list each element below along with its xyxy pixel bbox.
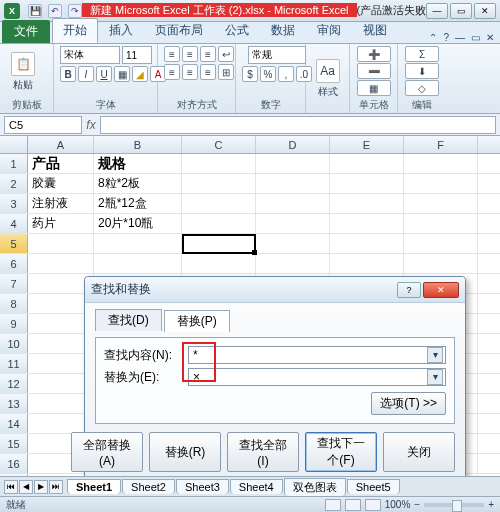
align-mid-icon[interactable]: ≡ <box>182 46 198 62</box>
row-header[interactable]: 16 <box>0 454 28 473</box>
zoom-in-icon[interactable]: + <box>488 499 494 510</box>
sheet-nav-last-icon[interactable]: ⏭ <box>49 480 63 494</box>
cell[interactable] <box>182 254 256 273</box>
sheet-tab[interactable]: Sheet5 <box>347 479 400 494</box>
find-next-button[interactable]: 查找下一个(F) <box>305 432 377 472</box>
row-header[interactable]: 3 <box>0 194 28 213</box>
zoom-level[interactable]: 100% <box>385 499 411 510</box>
sheet-nav-prev-icon[interactable]: ◀ <box>19 480 33 494</box>
cell[interactable]: 2瓶*12盒 <box>94 194 182 213</box>
paste-button[interactable]: 📋粘贴 <box>6 48 40 96</box>
col-header[interactable]: F <box>404 136 478 153</box>
find-input[interactable]: * <box>188 346 446 364</box>
cell[interactable] <box>182 234 256 253</box>
cell[interactable]: 药片 <box>28 214 94 233</box>
cell[interactable]: 胶囊 <box>28 174 94 193</box>
col-header[interactable]: B <box>94 136 182 153</box>
save-icon[interactable]: 💾 <box>28 4 42 18</box>
cell[interactable] <box>94 234 182 253</box>
cell[interactable] <box>182 214 256 233</box>
row-header[interactable]: 13 <box>0 394 28 413</box>
insert-cells-button[interactable]: ➕ <box>357 46 391 62</box>
cell[interactable] <box>256 254 330 273</box>
sheet-tab[interactable]: 双色图表 <box>284 478 346 496</box>
cell[interactable]: 8粒*2板 <box>94 174 182 193</box>
cell[interactable] <box>330 214 404 233</box>
replace-button[interactable]: 替换(R) <box>149 432 221 472</box>
cell[interactable] <box>256 214 330 233</box>
col-header[interactable]: A <box>28 136 94 153</box>
cell[interactable] <box>404 174 478 193</box>
mdi-close-icon[interactable]: ✕ <box>486 32 494 43</box>
format-cells-button[interactable]: ▦ <box>357 80 391 96</box>
cell[interactable] <box>404 194 478 213</box>
cell[interactable] <box>404 254 478 273</box>
find-all-button[interactable]: 查找全部(I) <box>227 432 299 472</box>
row-header[interactable]: 6 <box>0 254 28 273</box>
maximize-button[interactable]: ▭ <box>450 3 472 19</box>
autosum-button[interactable]: Σ <box>405 46 439 62</box>
cell[interactable] <box>182 194 256 213</box>
row-header[interactable]: 7 <box>0 274 28 293</box>
options-button[interactable]: 选项(T) >> <box>371 392 446 415</box>
cell[interactable] <box>256 234 330 253</box>
tab-replace[interactable]: 替换(P) <box>164 310 230 332</box>
cell[interactable] <box>330 234 404 253</box>
currency-icon[interactable]: $ <box>242 66 258 82</box>
cell[interactable] <box>404 214 478 233</box>
border-button[interactable]: ▦ <box>114 66 130 82</box>
view-pagebreak-icon[interactable] <box>365 499 381 511</box>
dialog-close-button[interactable]: ✕ <box>423 282 459 298</box>
underline-button[interactable]: U <box>96 66 112 82</box>
cell[interactable]: 注射液 <box>28 194 94 213</box>
cell[interactable] <box>256 194 330 213</box>
replace-input[interactable]: × <box>188 368 446 386</box>
redo-icon[interactable]: ↷ <box>68 4 82 18</box>
tab-page-layout[interactable]: 页面布局 <box>144 18 214 43</box>
cell[interactable] <box>330 194 404 213</box>
clear-button[interactable]: ◇ <box>405 80 439 96</box>
number-format-combo[interactable]: 常规 <box>248 46 306 64</box>
dialog-titlebar[interactable]: 查找和替换 ? ✕ <box>85 277 465 303</box>
cell[interactable] <box>256 174 330 193</box>
close-button[interactable]: ✕ <box>474 3 496 19</box>
cell[interactable] <box>256 154 330 173</box>
tab-home[interactable]: 开始 <box>52 18 98 43</box>
cell[interactable] <box>404 154 478 173</box>
align-center-icon[interactable]: ≡ <box>182 64 198 80</box>
close-dialog-button[interactable]: 关闭 <box>383 432 455 472</box>
cell[interactable] <box>330 154 404 173</box>
tab-formulas[interactable]: 公式 <box>214 18 260 43</box>
align-left-icon[interactable]: ≡ <box>164 64 180 80</box>
select-all-corner[interactable] <box>0 136 28 153</box>
help-icon[interactable]: ? <box>443 32 449 43</box>
minimize-button[interactable]: — <box>426 3 448 19</box>
bold-button[interactable]: B <box>60 66 76 82</box>
view-layout-icon[interactable] <box>345 499 361 511</box>
tab-review[interactable]: 审阅 <box>306 18 352 43</box>
cell[interactable] <box>182 174 256 193</box>
replace-all-button[interactable]: 全部替换(A) <box>71 432 143 472</box>
comma-icon[interactable]: , <box>278 66 294 82</box>
row-header[interactable]: 2 <box>0 174 28 193</box>
tab-find[interactable]: 查找(D) <box>95 309 162 331</box>
cell[interactable] <box>28 254 94 273</box>
align-bot-icon[interactable]: ≡ <box>200 46 216 62</box>
sheet-tab[interactable]: Sheet1 <box>67 479 121 494</box>
zoom-out-icon[interactable]: − <box>414 499 420 510</box>
wrap-text-icon[interactable]: ↩ <box>218 46 234 62</box>
cell[interactable] <box>330 254 404 273</box>
row-header[interactable]: 1 <box>0 154 28 173</box>
row-header[interactable]: 9 <box>0 314 28 333</box>
view-normal-icon[interactable] <box>325 499 341 511</box>
merge-icon[interactable]: ⊞ <box>218 64 234 80</box>
col-header[interactable]: E <box>330 136 404 153</box>
cell[interactable]: 规格 <box>94 154 182 173</box>
dialog-help-button[interactable]: ? <box>397 282 421 298</box>
row-header[interactable]: 11 <box>0 354 28 373</box>
undo-icon[interactable]: ↶ <box>48 4 62 18</box>
zoom-slider[interactable] <box>424 503 484 507</box>
cell[interactable]: 产品 <box>28 154 94 173</box>
row-header[interactable]: 12 <box>0 374 28 393</box>
styles-button[interactable]: Aa样式 <box>312 55 343 103</box>
